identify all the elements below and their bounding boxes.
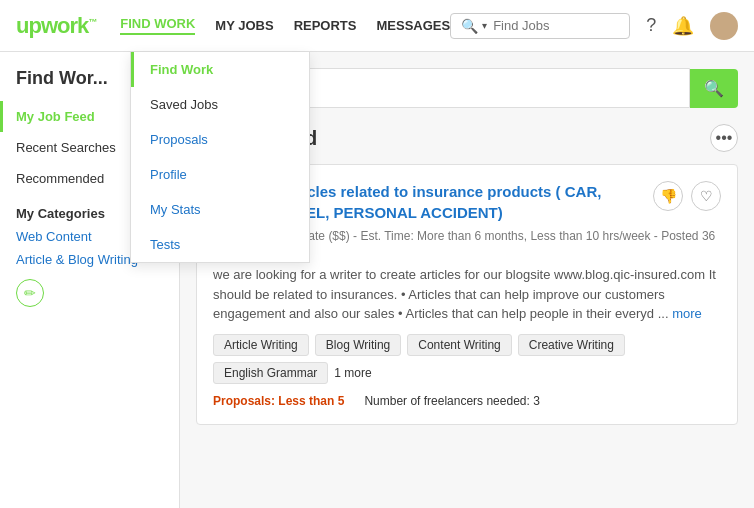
dropdown-item-my-stats[interactable]: My Stats bbox=[131, 192, 309, 227]
dropdown-item-proposals[interactable]: Proposals bbox=[131, 122, 309, 157]
dropdown-item-tests[interactable]: Tests bbox=[131, 227, 309, 262]
job-more-link[interactable]: more bbox=[672, 306, 702, 321]
tag-english-grammar[interactable]: English Grammar bbox=[213, 362, 328, 384]
main-layout: Find Wor... My Job Feed Recent Searches … bbox=[0, 52, 754, 508]
nav-reports[interactable]: REPORTS bbox=[294, 18, 357, 33]
job-freelancers: Number of freelancers needed: 3 bbox=[364, 394, 539, 408]
content-search-button[interactable]: 🔍 bbox=[690, 69, 738, 108]
header-right: 🔍 ▾ ? 🔔 bbox=[450, 12, 738, 40]
search-icon: 🔍 bbox=[461, 18, 478, 34]
tag-creative-writing[interactable]: Creative Writing bbox=[518, 334, 625, 356]
job-proposals: Proposals: Less than 5 bbox=[213, 394, 344, 408]
like-button[interactable]: ♡ bbox=[691, 181, 721, 211]
more-options-button[interactable]: ••• bbox=[710, 124, 738, 152]
tag-article-writing[interactable]: Article Writing bbox=[213, 334, 309, 356]
proposals-value: Less than 5 bbox=[278, 394, 344, 408]
freelancers-label: Number of freelancers needed: bbox=[364, 394, 529, 408]
logo-text: upwork™ bbox=[16, 13, 96, 39]
tag-blog-writing[interactable]: Blog Writing bbox=[315, 334, 401, 356]
dropdown-my-stats-label: My Stats bbox=[150, 202, 201, 217]
job-tags: Article Writing Blog Writing Content Wri… bbox=[213, 334, 721, 384]
like-icon: ♡ bbox=[700, 188, 713, 204]
edit-icon-wrap: ✏ bbox=[0, 271, 179, 315]
proposals-label: Proposals: bbox=[213, 394, 275, 408]
notification-icon[interactable]: 🔔 bbox=[672, 15, 694, 37]
help-icon[interactable]: ? bbox=[646, 15, 656, 36]
dislike-icon: 👎 bbox=[660, 188, 677, 204]
logo: upwork™ bbox=[16, 13, 96, 39]
dropdown-proposals-label: Proposals bbox=[150, 132, 208, 147]
dropdown-item-find-work[interactable]: Find Work bbox=[131, 52, 309, 87]
find-work-dropdown: Find Work Saved Jobs Proposals Profile M… bbox=[130, 52, 310, 263]
search-input[interactable] bbox=[493, 18, 619, 33]
nav-my-jobs[interactable]: MY JOBS bbox=[215, 18, 273, 33]
header-search-bar[interactable]: 🔍 ▾ bbox=[450, 13, 630, 39]
tag-content-writing[interactable]: Content Writing bbox=[407, 334, 511, 356]
main-nav: FIND WORK MY JOBS REPORTS MESSAGES bbox=[120, 16, 450, 35]
job-description: we are looking for a writer to create ar… bbox=[213, 265, 721, 324]
search-dropdown-icon[interactable]: ▾ bbox=[482, 20, 487, 31]
job-footer: Proposals: Less than 5 Number of freelan… bbox=[213, 394, 721, 408]
tag-more[interactable]: 1 more bbox=[334, 362, 371, 384]
job-description-text: we are looking for a writer to create ar… bbox=[213, 267, 716, 321]
dropdown-tests-label: Tests bbox=[150, 237, 180, 252]
dropdown-item-saved-jobs[interactable]: Saved Jobs bbox=[131, 87, 309, 122]
search-button-icon: 🔍 bbox=[704, 80, 724, 97]
freelancers-value: 3 bbox=[533, 394, 540, 408]
header: upwork™ FIND WORK MY JOBS REPORTS MESSAG… bbox=[0, 0, 754, 52]
nav-find-work[interactable]: FIND WORK bbox=[120, 16, 195, 35]
job-actions: 👎 ♡ bbox=[653, 181, 721, 211]
dislike-button[interactable]: 👎 bbox=[653, 181, 683, 211]
nav-messages[interactable]: MESSAGES bbox=[376, 18, 450, 33]
dropdown-saved-jobs-label: Saved Jobs bbox=[150, 97, 218, 112]
dropdown-profile-label: Profile bbox=[150, 167, 187, 182]
logo-tm: ™ bbox=[88, 16, 96, 26]
dropdown-find-work-label: Find Work bbox=[150, 62, 213, 77]
edit-categories-button[interactable]: ✏ bbox=[16, 279, 44, 307]
avatar[interactable] bbox=[710, 12, 738, 40]
dropdown-item-profile[interactable]: Profile bbox=[131, 157, 309, 192]
